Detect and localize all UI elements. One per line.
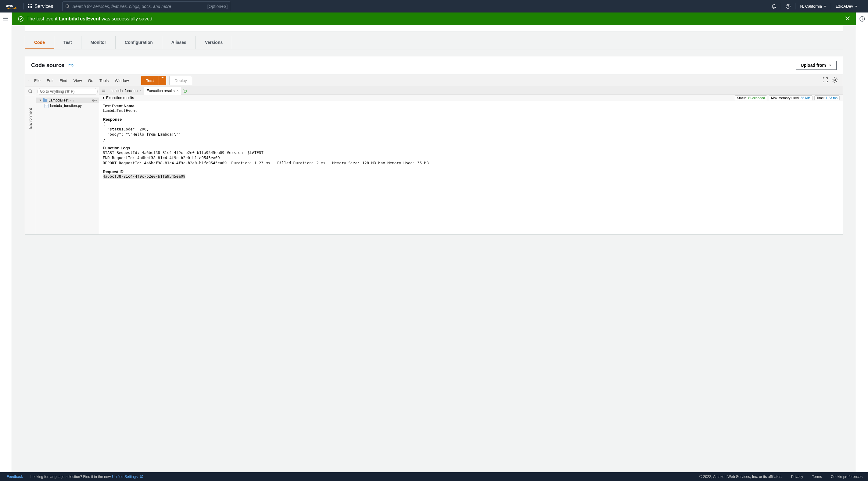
ide-test-button[interactable]: Test — [141, 76, 159, 85]
hamburger-icon — [3, 17, 8, 21]
chevron-down-icon: ▼ — [39, 99, 42, 102]
time-pill: Time: 1.23 ms — [814, 95, 840, 100]
menu-go[interactable]: Go — [85, 78, 96, 83]
editor-tab-results[interactable]: Execution results × — [144, 87, 181, 95]
reqid-label: Request ID — [103, 169, 124, 174]
chevron-down-icon — [824, 6, 826, 7]
help-button[interactable]: ? — [781, 0, 795, 12]
tree-file-name: lambda_function.py — [50, 104, 82, 108]
execution-results-body: Test Event Name LambdaTestEvent Response… — [99, 101, 843, 234]
flash-event-name: LambdaTestEvent — [59, 16, 100, 22]
reqid-section: Request ID 4a6bcf38-81c4-4f9c-b2e0-b1fa9… — [103, 169, 839, 179]
list-icon — [102, 89, 105, 93]
ide-search-panel-button[interactable] — [25, 87, 36, 96]
expand-icon — [823, 77, 828, 82]
tree-search — [36, 87, 99, 96]
services-button[interactable]: Services — [24, 0, 58, 12]
help-panel-button[interactable] — [860, 16, 865, 472]
account-label: EzioADev — [836, 4, 853, 8]
menubar-collapse-button[interactable] — [25, 79, 31, 82]
editor-tab-results-label: Execution results — [147, 89, 175, 93]
editor-tab-strip: lambda_function × Execution results × — [99, 87, 843, 95]
services-label: Services — [34, 4, 53, 9]
reqid-value: 4a6bcf38-81c4-4f9c-b2e0-b1fa9545ea09 — [103, 174, 185, 179]
svg-rect-25 — [102, 91, 105, 92]
editor-tab-file[interactable]: lambda_function × — [108, 87, 144, 95]
svg-point-1 — [66, 5, 69, 7]
editor-tab-file-label: lambda_function — [111, 89, 137, 93]
search-icon — [28, 89, 33, 94]
svg-rect-24 — [102, 91, 105, 91]
flash-success: The test event LambdaTestEvent was succe… — [12, 12, 856, 25]
settings-button[interactable] — [831, 76, 838, 85]
global-search[interactable]: [Option+S] — [63, 2, 230, 11]
svg-line-19 — [836, 78, 837, 78]
ide-left-gutter: Environment — [25, 87, 36, 234]
svg-rect-23 — [102, 90, 105, 90]
tab-monitor[interactable]: Monitor — [82, 36, 116, 49]
logs-label: Function Logs — [103, 146, 130, 150]
svg-line-20 — [833, 82, 833, 82]
ide-deploy-button[interactable]: Deploy — [169, 76, 192, 85]
svg-marker-11 — [27, 80, 28, 81]
menu-tools[interactable]: Tools — [96, 78, 112, 83]
svg-line-18 — [836, 82, 837, 82]
close-icon[interactable]: × — [176, 89, 179, 93]
code-source-title: Code source — [31, 62, 64, 69]
cloud9-ide: File Edit Find View Go Tools Window Test… — [25, 74, 843, 234]
main-row: The test event LambdaTestEvent was succe… — [0, 12, 868, 472]
environment-panel-label[interactable]: Environment — [28, 108, 33, 129]
tab-code[interactable]: Code — [25, 36, 54, 49]
svg-line-17 — [833, 78, 833, 78]
top-header: aws Services [Option+S] ? N. California … — [0, 0, 868, 12]
fullscreen-button[interactable] — [823, 77, 828, 84]
search-input[interactable] — [72, 4, 207, 9]
tree-file-item[interactable]: <> lambda_function.py — [36, 103, 99, 108]
triangle-up-icon — [27, 79, 29, 82]
menu-file[interactable]: File — [31, 78, 43, 83]
tree-settings-button[interactable]: ⚙▾ — [92, 98, 97, 102]
status-prefix: Status: — [737, 96, 747, 100]
exec-header-label: Execution results — [106, 96, 134, 100]
mem-value: 35 MB — [801, 96, 810, 100]
left-rail — [0, 12, 12, 472]
info-link[interactable]: Info — [67, 63, 73, 67]
tree-folder-path: / — [73, 98, 74, 102]
close-icon[interactable]: × — [140, 89, 142, 93]
region-dropdown[interactable]: N. California — [796, 4, 831, 8]
function-tabs: Code Test Monitor Configuration Aliases … — [25, 36, 843, 50]
aws-logo[interactable]: aws — [6, 3, 17, 9]
region-label: N. California — [800, 4, 822, 8]
info-icon — [860, 16, 865, 22]
mem-prefix: Max memory used: — [771, 96, 800, 100]
svg-line-2 — [69, 7, 70, 8]
editor-area: lambda_function × Execution results × — [99, 87, 843, 234]
notifications-button[interactable] — [767, 0, 781, 12]
status-value: Succeeded — [748, 96, 765, 100]
menu-find[interactable]: Find — [56, 78, 70, 83]
menu-window[interactable]: Window — [112, 78, 132, 83]
tab-test[interactable]: Test — [54, 36, 82, 49]
upload-from-button[interactable]: Upload from — [796, 61, 837, 70]
tab-strip-scroll[interactable] — [99, 89, 108, 93]
svg-text:aws: aws — [6, 4, 13, 8]
header-right: ? N. California EzioADev — [767, 0, 862, 12]
tab-configuration[interactable]: Configuration — [116, 36, 162, 49]
test-event-label: Test Event Name — [103, 104, 134, 108]
path-separator: - — [70, 98, 71, 102]
bell-icon — [771, 4, 776, 9]
new-tab-button[interactable] — [181, 89, 188, 93]
goto-anything-input[interactable] — [37, 88, 98, 95]
ide-test-dropdown[interactable] — [159, 76, 166, 85]
flash-close-button[interactable] — [845, 16, 850, 22]
tab-versions[interactable]: Versions — [196, 36, 232, 49]
tree-folder-root[interactable]: ▼ LambdaTest - / ⚙▾ — [36, 98, 99, 103]
code-source-header: Code source Info Upload from — [25, 56, 843, 74]
menu-edit[interactable]: Edit — [43, 78, 56, 83]
tab-aliases[interactable]: Aliases — [162, 36, 196, 49]
chevron-down-icon[interactable]: ▼ — [102, 96, 105, 99]
memory-pill: Max memory used: 35 MB — [769, 95, 812, 100]
menu-view[interactable]: View — [70, 78, 85, 83]
nav-toggle-button[interactable] — [3, 16, 8, 472]
account-dropdown[interactable]: EzioADev — [831, 4, 862, 8]
